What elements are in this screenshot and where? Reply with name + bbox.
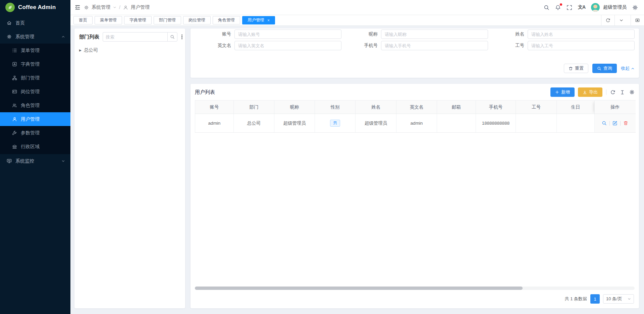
sidebar-item-menu-mgmt[interactable]: 菜单管理 — [0, 44, 70, 57]
username[interactable]: 超级管理员 — [603, 4, 627, 10]
export-button[interactable]: 导出 — [578, 87, 602, 97]
delete-row-icon[interactable] — [623, 121, 628, 126]
wrench-icon — [12, 130, 17, 135]
breadcrumb-level2[interactable]: 用户管理 — [131, 4, 150, 10]
fullscreen-icon[interactable] — [567, 5, 572, 10]
sidebar-item-system[interactable]: 系统管理 — [0, 30, 70, 44]
translate-icon[interactable]: 文A — [578, 4, 585, 10]
field-label: 英文名 — [195, 43, 231, 49]
sidebar-item-dept-mgmt[interactable]: 部门管理 — [0, 71, 70, 85]
download-icon — [583, 90, 587, 95]
user-list-panel: 用户列表 新增 导出 — [191, 84, 639, 308]
kebab-menu-icon[interactable] — [181, 34, 183, 40]
refresh-icon[interactable] — [601, 15, 614, 26]
sidebar-item-param-mgmt[interactable]: 参数管理 — [0, 126, 70, 140]
menu-fold-icon[interactable] — [74, 4, 80, 10]
user-icon — [123, 5, 128, 10]
tab-home[interactable]: 首页 — [73, 16, 93, 24]
tab-user-mgmt[interactable]: 用户管理 × — [242, 16, 275, 24]
field-label: 工号 — [488, 43, 524, 49]
sidebar-item-home[interactable]: 首页 — [0, 16, 70, 30]
tab-dict-mgmt[interactable]: 字典管理 — [124, 16, 152, 24]
settings-gear-icon[interactable] — [632, 5, 638, 10]
sidebar-item-label: 用户管理 — [21, 116, 40, 122]
cell-actions — [595, 114, 636, 133]
department-search-input[interactable] — [103, 32, 167, 42]
field-label: 手机号 — [341, 43, 378, 49]
row-height-icon[interactable] — [620, 90, 625, 95]
chevron-down-icon[interactable] — [614, 15, 628, 26]
col-nickname: 昵称 — [274, 101, 315, 114]
search-icon[interactable] — [544, 5, 549, 10]
chevron-up-icon — [631, 67, 635, 70]
filter-field-en-name: 英文名 — [195, 41, 341, 50]
notification-badge — [560, 3, 562, 6]
filter-actions: 重置 查询 收起 — [195, 64, 635, 73]
job-no-input[interactable] — [528, 41, 635, 50]
chevron-down-icon[interactable] — [113, 6, 116, 9]
search-icon — [597, 66, 601, 71]
top-header: 系统管理 / 用户管理 文A 超级管理员 — [70, 0, 644, 15]
dictionary-icon — [12, 62, 17, 67]
sidebar-item-dict-mgmt[interactable]: 字典管理 — [0, 57, 70, 71]
right-column: 账号 昵称 姓名 英文名 — [191, 28, 639, 308]
department-search-button[interactable] — [167, 32, 177, 42]
tab-post-mgmt[interactable]: 岗位管理 — [183, 16, 211, 24]
tab-menu-mgmt[interactable]: 菜单管理 — [95, 16, 122, 24]
page-size-select[interactable]: 10 条/页 — [603, 294, 634, 304]
en-name-input[interactable] — [234, 41, 341, 50]
column-settings-gear-icon[interactable] — [629, 89, 635, 95]
sidebar: Coffee Admin 首页 系统管理 菜单管理 字典管理 — [0, 0, 70, 314]
sidebar-nav: 首页 系统管理 菜单管理 字典管理 部门管理 — [0, 16, 70, 168]
field-label: 昵称 — [341, 31, 378, 37]
search-button[interactable]: 查询 — [592, 64, 617, 73]
user-list-title: 用户列表 — [195, 89, 215, 96]
filter-panel: 账号 昵称 姓名 英文名 — [191, 28, 639, 78]
cell-phone: 18888888888 — [476, 114, 516, 133]
collapse-link[interactable]: 收起 — [621, 65, 635, 71]
col-birthday: 生日 — [557, 101, 595, 114]
tab-role-mgmt[interactable]: 角色管理 — [213, 16, 240, 24]
app-root: Coffee Admin 首页 系统管理 菜单管理 字典管理 — [0, 0, 644, 314]
breadcrumb: 系统管理 / 用户管理 — [84, 4, 150, 10]
maximize-icon[interactable] — [631, 15, 644, 26]
tree-node-label[interactable]: 总公司 — [84, 47, 98, 53]
sidebar-item-role-mgmt[interactable]: 角色管理 — [0, 99, 70, 112]
bank-icon — [12, 144, 17, 149]
page-button-1[interactable]: 1 — [590, 294, 600, 304]
edit-row-icon[interactable] — [612, 121, 618, 126]
horizontal-scrollbar-track[interactable] — [195, 287, 635, 290]
breadcrumb-separator: / — [119, 5, 120, 10]
app-logo[interactable]: Coffee Admin — [0, 1, 70, 14]
notification-bell-icon[interactable] — [555, 5, 561, 10]
filter-field-name: 姓名 — [488, 29, 635, 39]
cell-email — [437, 114, 476, 133]
home-icon — [7, 20, 12, 25]
tab-dept-mgmt[interactable]: 部门管理 — [154, 16, 181, 24]
nickname-input[interactable] — [381, 29, 488, 39]
account-input[interactable] — [234, 29, 341, 39]
tree-node-company[interactable]: ▶ 总公司 — [78, 46, 181, 54]
sidebar-item-monitor[interactable]: 系统监控 — [0, 154, 70, 168]
sidebar-item-region[interactable]: 行政区域 — [0, 140, 70, 153]
name-input[interactable] — [528, 29, 635, 39]
cell-job-no — [516, 114, 557, 133]
add-user-button[interactable]: 新增 — [550, 87, 575, 97]
view-row-icon[interactable] — [602, 121, 607, 126]
sidebar-item-post-mgmt[interactable]: 岗位管理 — [0, 85, 70, 99]
col-account: 账号 — [195, 101, 234, 114]
user-icon — [12, 117, 17, 122]
sidebar-item-label: 参数管理 — [21, 130, 40, 136]
phone-input[interactable] — [381, 41, 488, 50]
breadcrumb-level1[interactable]: 系统管理 — [92, 4, 110, 10]
refresh-icon[interactable] — [610, 89, 615, 95]
reset-button[interactable]: 重置 — [564, 64, 588, 73]
sidebar-item-label: 角色管理 — [21, 103, 40, 109]
horizontal-scrollbar-thumb[interactable] — [195, 287, 523, 290]
user-avatar[interactable] — [591, 3, 600, 12]
sidebar-item-user-mgmt[interactable]: 用户管理 — [0, 112, 70, 126]
filter-field-job-no: 工号 — [488, 41, 635, 50]
caret-right-icon[interactable]: ▶ — [79, 49, 82, 52]
sidebar-item-label: 系统监控 — [15, 158, 34, 164]
tab-close-icon[interactable]: × — [267, 18, 270, 22]
